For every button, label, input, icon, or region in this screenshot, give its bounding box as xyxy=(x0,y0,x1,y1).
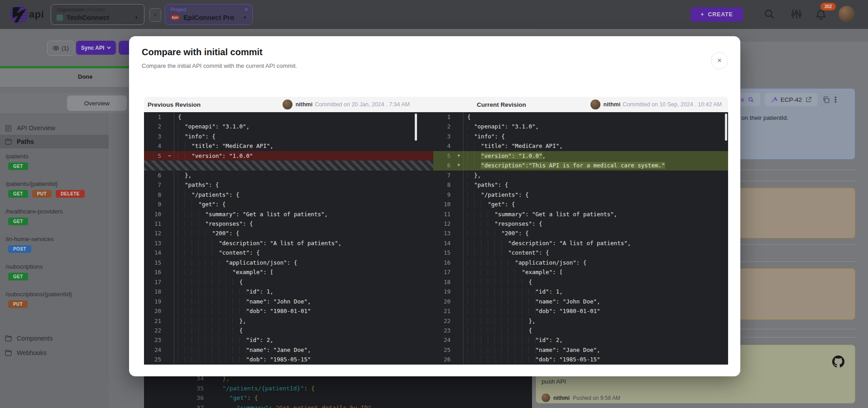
diff-sign xyxy=(165,122,174,131)
diff-line: 3 "info": { xyxy=(433,132,728,141)
diff-sign xyxy=(454,209,463,219)
line-number: 14 xyxy=(144,248,165,257)
user-avatar[interactable] xyxy=(839,6,855,22)
line-text: "summary": "Get patient details by ID" xyxy=(204,403,371,408)
project-selector[interactable]: × Project Epic EpiConnect Pro ▼ xyxy=(165,4,253,25)
expand-selector-button[interactable]: › xyxy=(149,8,161,22)
sidebar-item-webhooks[interactable]: Webhooks xyxy=(0,346,113,360)
diff-sign xyxy=(454,122,463,131)
line-text: "/patients/{patientId}": { xyxy=(204,384,315,394)
search-icon[interactable] xyxy=(763,8,775,20)
line-number: 7 xyxy=(144,180,165,190)
method-badge-get[interactable]: GET xyxy=(8,162,28,170)
line-text: "get": { xyxy=(463,199,728,209)
diff-line: 16 "example": [ xyxy=(144,267,433,277)
copy-icon[interactable] xyxy=(822,96,830,104)
method-badge-get[interactable]: GET xyxy=(8,218,28,225)
line-number: 22 xyxy=(433,316,454,326)
endpoint-path[interactable]: /healthcare-providers xyxy=(5,208,105,215)
filters-icon[interactable] xyxy=(791,8,802,20)
diff-added-segment: "version": "1.0.0" xyxy=(481,152,542,159)
method-badge-post[interactable]: POST xyxy=(8,245,31,253)
method-badge-get[interactable]: GET xyxy=(8,190,28,198)
organization-selector[interactable]: Organization (Private) TechConnect ▼ xyxy=(51,4,144,25)
diff-line: 19 "id": 1, xyxy=(433,287,728,296)
method-badge-put[interactable]: PUT xyxy=(8,300,28,308)
line-number: 2 xyxy=(433,122,454,131)
create-button[interactable]: + CREATE xyxy=(691,7,743,22)
diff-sign xyxy=(454,190,463,199)
line-number: 17 xyxy=(433,267,454,277)
previous-revision-heading: Previous Revision xyxy=(148,101,201,108)
diff-sign xyxy=(165,141,174,151)
endpoint-path[interactable]: /subscriptions/{patientId} xyxy=(5,291,105,298)
line-text: "responses": { xyxy=(463,219,728,228)
line-number: 24 xyxy=(144,345,165,355)
committer-avatar xyxy=(283,100,293,109)
line-text: "name": "John Doe", xyxy=(174,297,433,306)
line-number: 35 xyxy=(144,384,204,394)
line-text: "id": 1, xyxy=(174,287,433,296)
diff-line: 11 "responses": { xyxy=(144,219,433,228)
method-badge-put[interactable]: PUT xyxy=(32,190,52,198)
line-number: 19 xyxy=(144,297,165,306)
endpoint-item: /patientsGET xyxy=(5,153,105,170)
watchers-button[interactable]: (1) xyxy=(47,41,74,56)
line-number: 24 xyxy=(433,335,454,345)
line-text: { xyxy=(463,277,728,287)
diff-sign xyxy=(454,248,463,257)
ticket-button[interactable]: ECP-42 xyxy=(765,93,818,106)
diff-sign xyxy=(454,267,463,277)
diff-sign xyxy=(165,306,174,316)
committer-avatar xyxy=(590,100,600,109)
line-text: "dob": "1980-01-01" xyxy=(174,306,433,316)
kebab-menu-icon[interactable]: ••• xyxy=(834,96,837,103)
endpoint-path[interactable]: /in-home-services xyxy=(5,236,105,242)
diff-line: 25 "dob": "1985-05-15" xyxy=(144,355,433,364)
endpoint-path[interactable]: /patients xyxy=(5,153,105,160)
current-revision-code-panel[interactable]: 1{2 "openapi": "3.1.0",3 "info": {4 "tit… xyxy=(433,112,728,365)
tab-overview[interactable]: Overview xyxy=(67,95,127,111)
line-text: "openapi": "3.1.0", xyxy=(174,122,433,131)
project-icon: Epic xyxy=(171,14,180,20)
push-author: nithmi xyxy=(553,395,570,401)
app-logo[interactable]: api xyxy=(10,5,44,24)
line-text: { xyxy=(174,277,433,287)
revision-header-band: Previous Revision nithmi Committed on 20… xyxy=(144,97,728,112)
diff-sign xyxy=(165,171,174,180)
line-text: "get": { xyxy=(174,199,433,209)
line-number xyxy=(144,161,165,170)
close-icon[interactable]: × xyxy=(245,6,248,13)
sidebar-item-components[interactable]: Components xyxy=(0,332,113,345)
line-text: "openapi": "3.1.0", xyxy=(463,122,728,131)
sidebar-item-api-overview[interactable]: API Overview xyxy=(0,121,109,135)
diff-sign xyxy=(165,267,174,277)
sync-api-button[interactable]: Sync API xyxy=(76,41,116,55)
line-text: "summary": "Get a list of patients", xyxy=(174,209,433,219)
editor-line: 36 "get": { xyxy=(144,393,532,403)
left-panel-scrollbar[interactable] xyxy=(415,114,417,141)
right-panel-scrollbar[interactable] xyxy=(725,114,727,141)
line-number: 3 xyxy=(433,132,454,141)
sidebar-item-paths[interactable]: Paths xyxy=(0,135,109,148)
diff-line: 7 }, xyxy=(433,171,728,180)
plus-icon: + xyxy=(700,11,704,18)
method-badge-get[interactable]: GET xyxy=(8,273,28,280)
endpoint-path[interactable]: /subscriptions xyxy=(5,263,105,270)
line-text: "id": 2, xyxy=(174,335,433,345)
notifications-bell-icon[interactable] xyxy=(815,9,827,21)
modal-close-button[interactable]: × xyxy=(711,52,728,69)
diff-line: 25 "name": "Jane Doe", xyxy=(433,345,728,355)
diff-sign xyxy=(454,132,463,141)
line-text: "get": { xyxy=(204,393,258,403)
endpoint-path[interactable]: /patients/{patientId} xyxy=(5,180,105,187)
method-badge-delete[interactable]: DELETE xyxy=(56,190,85,198)
toast-label: Done xyxy=(78,73,93,80)
line-number: 1 xyxy=(433,112,454,122)
line-text xyxy=(174,161,433,170)
document-icon xyxy=(5,124,12,132)
previous-revision-code-panel[interactable]: 1{2 "openapi": "3.1.0",3 "info": {4 "tit… xyxy=(144,112,433,365)
diff-sign xyxy=(454,326,463,335)
line-number: 21 xyxy=(144,316,165,326)
diff-line: 7 "paths": { xyxy=(144,180,433,190)
